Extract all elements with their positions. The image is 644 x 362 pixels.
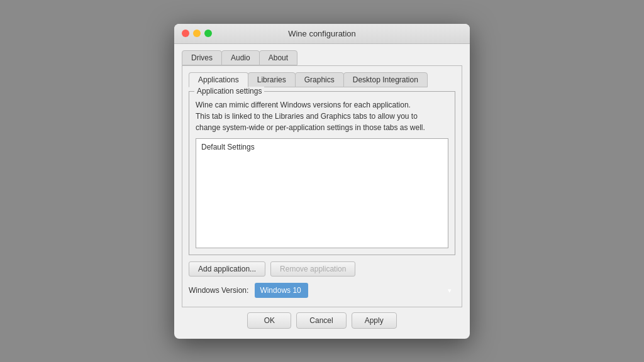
version-select-wrapper: Windows XP Windows 7 Windows 8 Windows 1… — [255, 283, 455, 298]
window-controls — [182, 30, 212, 37]
windows-version-select[interactable]: Windows XP Windows 7 Windows 8 Windows 1… — [255, 283, 308, 298]
tab-row-2: Applications Libraries Graphics Desktop … — [189, 72, 455, 87]
window-content: Drives Audio About Applications Librarie… — [174, 44, 470, 339]
bottom-buttons: OK Cancel Apply — [182, 307, 462, 331]
version-row: Windows Version: Windows XP Windows 7 Wi… — [189, 283, 455, 298]
version-label: Windows Version: — [189, 286, 248, 295]
maximize-button[interactable] — [204, 30, 212, 37]
remove-application-button[interactable]: Remove application — [270, 261, 355, 277]
cancel-button[interactable]: Cancel — [296, 312, 346, 329]
app-settings-description: Wine can mimic different Windows version… — [196, 99, 448, 133]
tab-row-1: Drives Audio About — [182, 50, 462, 65]
apply-button[interactable]: Apply — [352, 312, 397, 329]
tab-applications[interactable]: Applications — [189, 72, 248, 87]
main-panel: Applications Libraries Graphics Desktop … — [182, 65, 462, 307]
minimize-button[interactable] — [193, 30, 201, 37]
list-item-default[interactable]: Default Settings — [199, 141, 445, 153]
tab-about[interactable]: About — [259, 50, 297, 65]
app-listbox[interactable]: Default Settings — [196, 138, 448, 248]
ok-button[interactable]: OK — [247, 312, 291, 329]
tab-drives[interactable]: Drives — [182, 50, 222, 65]
tab-graphics[interactable]: Graphics — [295, 72, 344, 87]
tab-libraries[interactable]: Libraries — [248, 72, 296, 87]
tab-desktop-integration[interactable]: Desktop Integration — [343, 72, 428, 87]
add-application-button[interactable]: Add application... — [189, 261, 265, 277]
titlebar: Wine configuration — [174, 24, 470, 44]
tab-audio[interactable]: Audio — [221, 50, 260, 65]
close-button[interactable] — [182, 30, 189, 37]
wine-config-window: Wine configuration Drives Audio About Ap… — [174, 24, 470, 339]
window-title: Wine configuration — [288, 29, 356, 38]
app-settings-group: Application settings Wine can mimic diff… — [189, 91, 455, 255]
app-buttons-row: Add application... Remove application — [189, 261, 455, 277]
group-label: Application settings — [194, 87, 264, 96]
